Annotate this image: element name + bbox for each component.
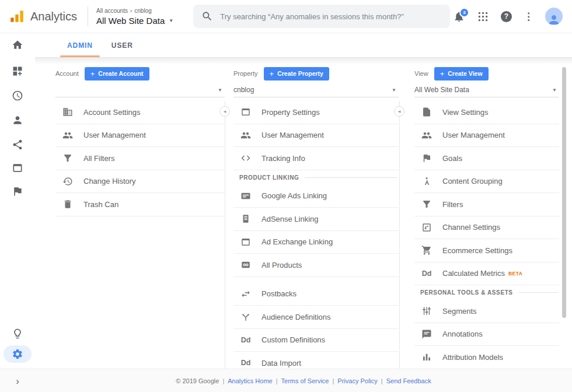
menu-item-audience-definitions[interactable]: Audience Definitions [233, 306, 399, 329]
dashboard-customize-icon [12, 65, 23, 77]
menu-item-calculated-metrics[interactable]: Dd Calculated Metrics BETA [414, 262, 559, 286]
menu-item-custom-definitions[interactable]: Dd Custom Definitions [233, 329, 399, 352]
menu-item-property-user-management[interactable]: User Management [233, 124, 399, 148]
menu-item-property-settings[interactable]: Property Settings [233, 101, 399, 124]
person-walk-icon [420, 176, 433, 187]
sidebar-item-home[interactable] [0, 39, 35, 51]
menu-item-channel-settings[interactable]: Channel Settings [414, 216, 559, 240]
analytics-logo[interactable]: Analytics [9, 9, 77, 24]
menu-item-content-grouping[interactable]: Content Grouping [414, 170, 559, 194]
property-dropdown[interactable]: cnblog ▼ [233, 83, 399, 97]
menu-item-ecommerce-settings[interactable]: Ecommerce Settings [414, 239, 559, 262]
column-divider [225, 101, 225, 369]
tab-admin[interactable]: ADMIN [58, 33, 102, 57]
menu-item-view-user-management[interactable]: User Management [414, 124, 559, 148]
menu-item-adsense-linking[interactable]: AdSense Linking [233, 208, 399, 231]
browser-window-icon [12, 162, 23, 174]
sidebar-collapse-button[interactable]: › [0, 376, 35, 386]
footer-link-analytics-home[interactable]: Analytics Home [228, 377, 272, 384]
people-icon [239, 130, 252, 141]
trash-icon [61, 199, 74, 209]
dimensions-dd-icon: Dd [239, 359, 252, 367]
menu-item-account-user-management[interactable]: User Management [55, 124, 225, 148]
section-rule [519, 292, 558, 293]
menu-item-ad-exchange-linking[interactable]: Ad Exchange Linking [233, 231, 399, 254]
breadcrumb-separator: › [130, 8, 132, 14]
menu-item-attribution-models[interactable]: Attribution Models [414, 346, 559, 369]
person-icon [12, 114, 23, 126]
menu-item-change-history[interactable]: Change History [55, 170, 225, 194]
dropdown-caret-icon: ▼ [218, 88, 222, 93]
menu-item-google-ads-linking[interactable]: Google Ads Linking [233, 185, 399, 208]
property-column-title: Property [233, 70, 258, 77]
fork-icon [239, 312, 252, 322]
building-icon [61, 107, 74, 117]
people-icon [420, 130, 433, 141]
account-column-title: Account [55, 70, 79, 77]
menu-item-filters[interactable]: Filters [414, 193, 559, 216]
view-dropdown[interactable]: All Web Site Data ▼ [414, 83, 559, 97]
create-view-button[interactable]: + Create View [434, 67, 489, 80]
sidebar-item-behavior[interactable] [0, 162, 35, 174]
clock-icon [12, 90, 23, 102]
collapse-property-column-button[interactable]: ◀ [394, 106, 404, 117]
view-column-title: View [414, 70, 428, 77]
footer-separator: | [381, 377, 383, 384]
kebab-menu-icon[interactable]: ⋮ [524, 12, 533, 22]
dimensions-dd-icon: Dd [420, 270, 433, 278]
search-icon [201, 10, 213, 22]
avatar[interactable] [545, 8, 563, 25]
tab-user[interactable]: USER [102, 33, 142, 57]
footer-link-send-feedback[interactable]: Send Feedback [386, 377, 431, 384]
notifications-button[interactable]: 3 [453, 10, 465, 23]
vertical-scrollbar[interactable] [562, 67, 566, 318]
dropdown-caret-icon: ▼ [392, 88, 396, 93]
sidebar-item-audience[interactable] [0, 114, 35, 126]
speech-bubble-icon [420, 329, 433, 340]
menu-item-goals[interactable]: Goals [414, 147, 559, 170]
sidebar-item-acquisition[interactable] [0, 139, 35, 150]
create-property-button[interactable]: + Create Property [264, 67, 329, 80]
plus-icon: + [270, 70, 274, 78]
banner-icon [239, 214, 252, 224]
bar-chart-icon [420, 352, 433, 362]
menu-item-view-settings[interactable]: View Settings [414, 101, 559, 124]
swap-arrows-icon [239, 289, 252, 299]
lightbulb-icon [12, 328, 23, 340]
header-actions: 3 ? ⋮ [453, 8, 563, 25]
account-dropdown[interactable]: ▼ [55, 83, 225, 97]
menu-item-annotations[interactable]: Annotations [414, 323, 559, 346]
cart-icon [420, 245, 433, 256]
footer-separator: | [276, 377, 278, 384]
sidebar-item-admin[interactable] [4, 345, 32, 363]
window-icon [239, 107, 252, 117]
sidebar-item-customization[interactable] [0, 65, 35, 77]
menu-item-postbacks[interactable]: Postbacks [233, 283, 399, 306]
search-input[interactable] [193, 5, 450, 28]
create-account-button[interactable]: + Create Account [85, 67, 149, 80]
apps-grid-icon[interactable] [477, 10, 489, 23]
menu-item-trash-can[interactable]: Trash Can [55, 193, 225, 216]
menu-item-all-products[interactable]: All Products [233, 254, 399, 277]
footer-link-privacy-policy[interactable]: Privacy Policy [337, 377, 377, 384]
sidebar-item-realtime[interactable] [0, 90, 35, 102]
document-icon [420, 107, 433, 117]
menu-item-all-filters[interactable]: All Filters [55, 147, 225, 170]
menu-item-segments[interactable]: Segments [414, 300, 559, 323]
help-button[interactable]: ? [501, 11, 512, 22]
sidebar-item-insights[interactable] [0, 328, 35, 340]
sidebar-item-conversions[interactable] [0, 186, 35, 197]
admin-content: Account + Create Account ▼ Account Setti… [35, 57, 572, 369]
account-switcher[interactable]: All accounts › cnblog All Web Site Data … [96, 8, 173, 26]
menu-item-data-import[interactable]: Dd Data Import [233, 352, 399, 369]
section-rule [305, 177, 397, 178]
footer-link-terms-of-service[interactable]: Terms of Service [281, 377, 329, 384]
tab-bar: ADMIN USER [35, 33, 572, 58]
code-icon [239, 153, 252, 163]
menu-item-account-settings[interactable]: Account Settings [55, 101, 225, 124]
menu-item-tracking-info[interactable]: Tracking Info [233, 147, 399, 170]
collapse-account-column-button[interactable]: ◀ [219, 106, 230, 117]
view-selector-dropdown[interactable]: All Web Site Data ▼ [96, 16, 173, 26]
dimensions-dd-icon: Dd [239, 336, 252, 344]
section-header-product-linking: PRODUCT LINKING [233, 170, 399, 185]
